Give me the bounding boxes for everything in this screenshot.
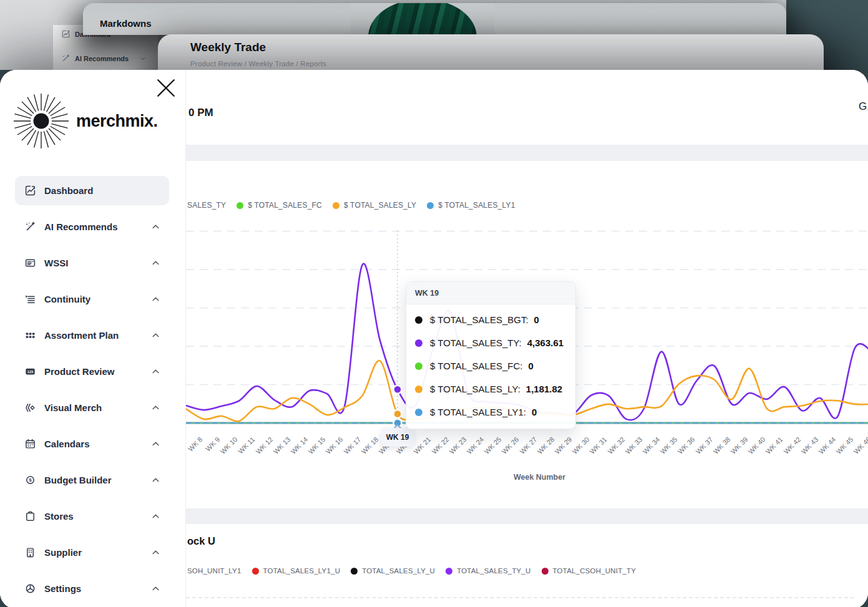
svg-text:$: $ xyxy=(29,477,32,483)
series-dot-icon xyxy=(415,339,422,347)
legend-item[interactable]: TOTAL_CSOH_UNIT_TY xyxy=(542,567,636,575)
sidebar-item-label: Product Review xyxy=(44,366,142,377)
sidebar-item-assortment-plan[interactable]: Assortment Plan xyxy=(15,321,169,350)
legend-item[interactable]: TOTAL_SALES_LY_U xyxy=(351,567,435,575)
sidebar-item-stores[interactable]: Stores xyxy=(15,502,169,531)
sidebar-item-budget-builder[interactable]: $Budget Builder xyxy=(15,465,169,495)
sales-chart-legend: SALES_TY$ TOTAL_SALES_FC$ TOTAL_SALES_LY… xyxy=(187,201,515,210)
stores-icon xyxy=(25,511,36,522)
sidebar-item-label: Stores xyxy=(44,511,142,522)
chevron-up-icon[interactable] xyxy=(151,584,160,593)
sidebar-item-label: Continuity xyxy=(44,294,142,304)
tooltip-series-value: 4,363.61 xyxy=(527,337,563,348)
chart-line-icon xyxy=(62,30,70,38)
page-title: Weekly Trade xyxy=(190,41,266,54)
header-right-fragment: G. xyxy=(859,100,868,113)
chevron-down-icon xyxy=(140,56,146,62)
green-dress-image xyxy=(368,3,477,35)
legend-item[interactable]: $ TOTAL_SALES_FC xyxy=(237,201,322,210)
visual-icon xyxy=(25,402,36,413)
tooltip-row: $ TOTAL_SALES_LY:1,181.82 xyxy=(415,377,567,401)
x-axis-title: Week Number xyxy=(198,473,868,482)
sidebar-item-label: Calendars xyxy=(44,439,142,449)
legend-item[interactable]: TOTAL_SALES_TY_U xyxy=(446,567,530,575)
sidebar-item-wssi[interactable]: WSSI xyxy=(15,248,169,278)
tooltip-series-label: $ TOTAL_SALES_TY: xyxy=(430,337,522,348)
chevron-up-icon[interactable] xyxy=(151,258,160,268)
series-dot-icon xyxy=(415,316,422,324)
product-photo xyxy=(351,3,494,35)
sidebar-item-label: Visual Merch xyxy=(44,402,142,413)
legend-label: $ TOTAL_SALES_FC xyxy=(248,201,322,210)
tooltip-week: WK 19 xyxy=(406,282,575,304)
sidebar-item-continuity[interactable]: Continuity xyxy=(15,284,169,314)
settings-icon xyxy=(25,583,36,594)
sidebar-item-settings[interactable]: Settings xyxy=(15,574,169,603)
sidebar-item-label: Budget Builder xyxy=(44,475,142,485)
legend-label: TOTAL_CSOH_UNIT_TY xyxy=(553,567,636,575)
chevron-up-icon[interactable] xyxy=(151,331,160,340)
legend-label: SOH_UNIT_LY1 xyxy=(187,567,241,575)
legend-item[interactable]: SALES_TY xyxy=(187,201,226,210)
calendar-icon xyxy=(25,439,36,449)
legend-item[interactable]: $ TOTAL_SALES_LY1 xyxy=(427,201,515,210)
sidebar-item-supplier[interactable]: Supplier xyxy=(15,538,169,567)
markdowns-card: Markdowns xyxy=(83,3,786,35)
legend-item[interactable]: $ TOTAL_SALES_LY xyxy=(333,201,416,210)
tooltip-series-label: $ TOTAL_SALES_FC: xyxy=(430,361,522,371)
wand-icon xyxy=(62,54,70,62)
legend-item[interactable]: TOTAL_SALES_LY1_U xyxy=(252,567,341,575)
chevron-up-icon[interactable] xyxy=(151,439,160,449)
chevron-up-icon[interactable] xyxy=(151,403,160,412)
tooltip-row: $ TOTAL_SALES_BGT:0 xyxy=(415,308,567,331)
sidebar-item-label: Settings xyxy=(44,583,142,594)
legend-item[interactable]: SOH_UNIT_LY1 xyxy=(187,567,241,575)
tooltip-series-label: $ TOTAL_SALES_LY1: xyxy=(430,407,526,417)
sidebar-item-dashboard[interactable]: Dashboard xyxy=(15,176,169,205)
legend-dot-icon xyxy=(351,568,358,575)
chevron-up-icon[interactable] xyxy=(151,512,160,521)
legend-dot-icon xyxy=(333,202,339,209)
tooltip-series-value: 0 xyxy=(532,407,537,417)
series-dot-icon xyxy=(415,409,422,416)
screen: DashboardAI Recommends Markdowns Weekly … xyxy=(0,0,868,607)
sidebar-item-label: Assortment Plan xyxy=(44,330,142,341)
legend-label: $ TOTAL_SALES_LY xyxy=(344,201,416,210)
background-nav-label: AI Recommends xyxy=(75,55,129,62)
tooltip-series-value: 1,181.82 xyxy=(526,384,562,394)
chart-line-icon xyxy=(25,185,36,196)
chevron-up-icon[interactable] xyxy=(151,475,160,485)
sidebar-item-label: WSSI xyxy=(44,258,142,268)
chevron-up-icon[interactable] xyxy=(151,548,160,557)
legend-dot-icon xyxy=(427,202,434,209)
background-nav-item-ai-recommends[interactable]: AI Recommends xyxy=(62,54,146,62)
sidebar-item-ai-recommends[interactable]: AI Recommends xyxy=(15,212,169,241)
sidebar-item-visual-merch[interactable]: Visual Merch xyxy=(15,393,169,422)
chart-tooltip: WK 19 $ TOTAL_SALES_BGT:0$ TOTAL_SALES_T… xyxy=(406,281,576,429)
starburst-logo-icon xyxy=(12,92,70,150)
timestamp-fragment: 0 PM xyxy=(188,107,213,119)
main-panel: merchmix. DashboardAI RecommendsWSSICont… xyxy=(0,70,868,607)
units-chart-title-fragment: ock U xyxy=(187,535,215,547)
tooltip-row: $ TOTAL_SALES_FC:0 xyxy=(415,354,567,377)
sidebar: merchmix. DashboardAI RecommendsWSSICont… xyxy=(0,70,186,607)
axis-marker: WK 19 xyxy=(381,428,414,447)
tooltip-series-label: $ TOTAL_SALES_BGT: xyxy=(430,314,529,325)
continuity-icon xyxy=(25,294,36,304)
grid-icon xyxy=(25,330,36,341)
section-divider-2 xyxy=(186,508,868,524)
chevron-up-icon[interactable] xyxy=(151,222,160,231)
legend-label: TOTAL_SALES_LY_U xyxy=(362,567,435,575)
chevron-up-icon[interactable] xyxy=(151,294,160,304)
sidebar-item-calendars[interactable]: Calendars xyxy=(15,429,169,459)
chevron-up-icon[interactable] xyxy=(151,367,160,376)
legend-dot-icon xyxy=(446,568,452,575)
legend-dot-icon xyxy=(252,568,259,575)
x-axis-ticks: WK 7WK 8WK 9WK 10WK 11WK 12WK 13WK 14WK … xyxy=(186,430,868,468)
legend-label: SALES_TY xyxy=(187,201,226,210)
sidebar-item-product-review[interactable]: 123Product Review xyxy=(15,357,169,386)
legend-label: TOTAL_SALES_LY1_U xyxy=(263,567,341,575)
close-icon[interactable] xyxy=(157,79,175,97)
sidebar-item-label: Supplier xyxy=(44,547,142,558)
tooltip-row: $ TOTAL_SALES_TY:4,363.61 xyxy=(415,331,567,354)
